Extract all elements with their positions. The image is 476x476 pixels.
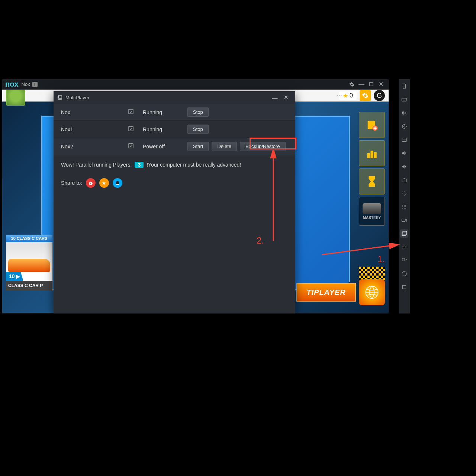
controller-icon[interactable] (400, 203, 408, 211)
annotation-1: 1. (377, 254, 385, 264)
svg-point-12 (89, 182, 92, 185)
svg-rect-22 (402, 138, 406, 141)
stop-button[interactable]: Stop (187, 125, 209, 134)
titlebar: nox Nox ! — ✕ (2, 79, 389, 90)
delete-button[interactable]: Delete (212, 142, 237, 151)
scissors-icon[interactable] (400, 109, 408, 117)
svg-rect-9 (129, 109, 133, 114)
multiplayer-dialog: MultiPlayer — ✕ Nox Running Stop Nox1 Ru… (54, 91, 295, 313)
menu-tile-1[interactable] (359, 112, 385, 138)
menu-tile-mastery[interactable]: MASTERY (359, 197, 385, 226)
svg-rect-17 (402, 98, 406, 101)
globe-icon[interactable] (359, 279, 385, 305)
info-badge[interactable]: ! (32, 82, 38, 87)
multiplayer-sidebar-icon[interactable] (400, 229, 408, 238)
parallel-count-badge: 3 (135, 162, 144, 168)
dialog-close-icon[interactable]: ✕ (280, 92, 292, 103)
mastery-label: MASTERY (363, 216, 381, 220)
expand-icon[interactable] (400, 256, 408, 264)
svg-point-27 (402, 206, 403, 207)
player-avatar[interactable] (6, 90, 25, 106)
start-button[interactable]: Start (187, 142, 209, 151)
menu-tile-3[interactable] (359, 168, 385, 194)
multiplayer-banner[interactable]: TIPLAYER (296, 283, 356, 302)
back-icon[interactable] (400, 243, 408, 251)
svg-rect-16 (403, 84, 406, 89)
volume-icon[interactable] (400, 149, 408, 157)
svg-rect-4 (370, 151, 373, 158)
svg-point-21 (403, 126, 405, 127)
svg-rect-3 (367, 153, 370, 158)
nox-logo-icon: nox (5, 80, 19, 89)
svg-rect-38 (402, 285, 406, 289)
svg-rect-0 (369, 83, 373, 86)
edit-icon[interactable] (128, 109, 143, 116)
instance-name: Nox (61, 109, 128, 115)
close-icon[interactable]: ✕ (376, 80, 386, 89)
dialog-minimize-icon[interactable]: — (269, 92, 280, 103)
edit-icon[interactable] (128, 126, 143, 133)
instance-status: Power off (143, 144, 187, 149)
folder-icon[interactable] (400, 136, 408, 144)
stop-button[interactable]: Stop (187, 107, 209, 117)
svg-rect-10 (129, 126, 133, 131)
minimize-icon[interactable]: — (357, 80, 366, 89)
svg-point-37 (402, 271, 406, 276)
keyboard-icon[interactable] (400, 96, 408, 104)
instance-status: Running (143, 126, 187, 132)
dialog-header: MultiPlayer — ✕ (54, 91, 295, 104)
instance-name: Nox2 (61, 144, 128, 149)
qq-icon[interactable] (113, 178, 122, 188)
device-icon[interactable] (400, 82, 408, 90)
qzone-icon[interactable]: ★ (99, 178, 109, 188)
record-icon[interactable] (400, 216, 408, 224)
svg-rect-36 (402, 258, 405, 261)
more-icon[interactable]: ⋯ (336, 92, 343, 99)
svg-point-20 (402, 125, 406, 129)
instance-name: Nox1 (61, 126, 128, 132)
share-label: Share to: (61, 180, 82, 186)
location-icon[interactable] (400, 122, 408, 131)
menu-tile-2[interactable] (359, 140, 385, 166)
settings-gear-icon[interactable] (347, 80, 357, 89)
svg-rect-8 (59, 96, 62, 99)
edit-icon[interactable] (128, 143, 143, 150)
dialog-title: MultiPlayer (65, 95, 89, 100)
star-value: 0 (350, 92, 353, 99)
instance-row-nox2: Nox2 Power off Start Delete Backup/Resto… (54, 138, 295, 155)
instance-row-nox1: Nox1 Running Stop (54, 121, 295, 138)
parallel-message: Wow! Parallel running Players: 3 !Your c… (54, 155, 295, 174)
svg-rect-5 (374, 152, 377, 158)
instance-status: Running (143, 109, 187, 115)
svg-point-13 (90, 183, 91, 184)
multiplayer-icon (57, 95, 62, 100)
svg-rect-33 (402, 219, 405, 222)
car-image (6, 242, 52, 272)
svg-rect-11 (129, 144, 133, 148)
volume-plus-icon[interactable] (400, 163, 408, 171)
checker-tile[interactable] (359, 267, 385, 280)
game-settings-icon[interactable] (360, 90, 371, 101)
recent-icon[interactable] (400, 283, 408, 291)
right-sidebar: ⋯ (399, 79, 410, 313)
annotation-2: 2. (257, 235, 264, 246)
maximize-icon[interactable] (366, 80, 376, 89)
svg-point-32 (405, 208, 406, 208)
gameloft-icon[interactable]: G (374, 90, 385, 101)
home-icon[interactable] (400, 270, 408, 278)
svg-point-24 (402, 205, 403, 205)
class-c-card[interactable]: 10 CLASS C CARS 10 ▶ CLASS C CAR P (6, 235, 52, 302)
class-card-header: 10 CLASS C CARS (6, 235, 52, 242)
svg-point-15 (116, 184, 119, 185)
instance-row-nox: Nox Running Stop (54, 104, 295, 121)
share-row: Share to: ★ (54, 174, 295, 192)
backup-restore-button[interactable]: Backup/Restore (240, 142, 286, 151)
game-side-menu: MASTERY (359, 112, 385, 226)
app-title: Nox (22, 81, 30, 87)
brightness-icon[interactable] (400, 189, 408, 197)
svg-point-25 (404, 205, 404, 205)
apk-icon[interactable] (400, 176, 408, 184)
weibo-icon[interactable] (86, 178, 96, 188)
svg-point-28 (404, 206, 404, 207)
svg-point-31 (404, 208, 404, 208)
